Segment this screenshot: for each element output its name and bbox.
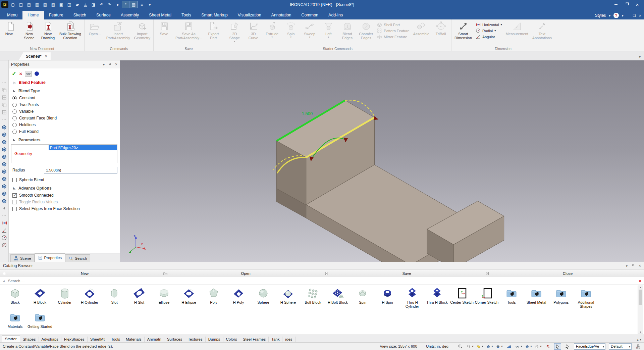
qat-icon[interactable]: ◫ [66, 1, 73, 8]
ribbon-small-button[interactable]: Mirror Feature [377, 34, 409, 39]
qat-icon[interactable]: ▦ [130, 1, 137, 8]
catalog-item[interactable]: Corner Sketch [474, 287, 499, 304]
ribbon-button[interactable]: Bulk Drawing Creation [57, 20, 83, 44]
ribbon-button[interactable]: Import Geometry [132, 20, 152, 44]
qat-icon[interactable]: ▣ [58, 1, 65, 8]
visibility-glasses-icon[interactable] [516, 344, 522, 349]
ribbon-button[interactable]: Extrude▾ [263, 20, 281, 40]
scroll-thumb[interactable] [639, 290, 642, 305]
ribbon-tab[interactable]: Tools [176, 11, 196, 19]
ribbon-button[interactable]: 2D Shape▾ [225, 20, 244, 44]
left-tool-icon[interactable] [1, 95, 7, 100]
catalog-tab[interactable]: SheetMtl [88, 337, 108, 342]
catalog-tab[interactable]: Starter [2, 336, 20, 342]
left-tool-icon[interactable] [1, 191, 7, 196]
section-blend-type[interactable]: Blend Type [9, 86, 120, 95]
ribbon-tab[interactable]: Smart Markup [196, 11, 233, 19]
radio-icon[interactable] [12, 116, 17, 120]
scroll-up-icon[interactable] [640, 286, 641, 289]
panel-tab[interactable]: Scene [10, 254, 35, 262]
radio-icon[interactable] [12, 130, 17, 134]
catalog-item[interactable]: Thru H Block [425, 287, 449, 304]
ribbon-tab[interactable]: Visualization [233, 11, 266, 19]
dimension-value-label[interactable]: 1.500 [302, 111, 313, 116]
minimize-button[interactable] [610, 1, 621, 8]
advance-option[interactable]: Smooth Connected [9, 192, 120, 199]
styles-dropdown-icon[interactable] [609, 13, 610, 18]
styles-menu[interactable]: Styles [595, 13, 606, 18]
ribbon-button[interactable]: Chamfer Edges [357, 20, 375, 44]
qat-icon[interactable]: ↷ [106, 1, 113, 8]
qat-icon[interactable]: ◲ [17, 1, 24, 8]
catalog-tab[interactable]: Steel Frames [240, 337, 269, 342]
scroll-down-icon[interactable] [640, 331, 641, 334]
catalog-search-input[interactable] [7, 279, 636, 283]
catalog-item[interactable]: Materials [3, 311, 28, 329]
qat-icon[interactable]: ◨ [90, 1, 97, 8]
catalog-close-icon[interactable]: × [639, 263, 641, 268]
wedge-view-icon[interactable] [506, 344, 512, 349]
doc-close-button[interactable] [639, 13, 641, 18]
radio-icon[interactable] [12, 103, 17, 107]
ribbon-tab[interactable]: Assembly [116, 11, 144, 19]
ribbon-button[interactable]: New Drawing [39, 20, 57, 44]
ribbon-button[interactable]: Loft▾ [319, 20, 338, 40]
ribbon-small-button[interactable]: Angular [476, 34, 502, 39]
left-tool-icon[interactable] [1, 176, 7, 182]
left-tool-icon[interactable] [1, 102, 7, 108]
catalog-tab-scroll[interactable]: ▴▾ [634, 338, 644, 342]
catalog-item[interactable]: Bolt Block [301, 287, 325, 304]
radio-icon[interactable] [12, 109, 17, 114]
left-tool-icon[interactable] [1, 242, 7, 248]
pin-icon[interactable] [631, 264, 635, 268]
left-tool-icon[interactable] [1, 124, 7, 130]
ribbon-small-button[interactable]: Shell Part [377, 22, 409, 27]
catalog-item[interactable]: Poly [201, 287, 226, 304]
qat-icon[interactable]: ▰ [74, 1, 81, 8]
panel-tab[interactable]: Properties [35, 253, 65, 262]
catalog-item[interactable]: Thru H Cylinder [400, 287, 425, 309]
section-advance-options[interactable]: Advance Options [9, 183, 120, 192]
render-mode-icon[interactable] [496, 344, 502, 349]
qat-icon[interactable]: ● [114, 1, 121, 8]
radio-icon[interactable] [12, 123, 17, 127]
catalog-tab[interactable]: Textures [185, 337, 205, 342]
left-tool-icon[interactable] [1, 168, 7, 174]
left-tool-icon[interactable] [1, 146, 7, 152]
left-tool-icon[interactable] [1, 198, 7, 204]
catalog-item[interactable]: H Block [28, 287, 52, 304]
ribbon-small-button[interactable]: Horizontal▾ [476, 22, 502, 27]
checkbox-icon[interactable] [12, 178, 17, 182]
blend-type-option[interactable]: Constant [9, 95, 120, 101]
catalog-item[interactable]: Getting Started [28, 311, 52, 329]
ribbon-collapse-icon[interactable]: ▾ [636, 55, 644, 60]
checkbox-icon[interactable] [12, 193, 17, 198]
ribbon-button[interactable]: Blend Edges [338, 20, 357, 44]
tab-close-icon[interactable]: × [45, 54, 47, 59]
qat-icon[interactable]: ◬ [82, 1, 89, 8]
left-tool-icon[interactable] [1, 139, 7, 145]
ribbon-button[interactable]: New Scene [20, 20, 39, 44]
back-icon[interactable] [0, 279, 7, 283]
ribbon-button[interactable]: Export Part [204, 20, 223, 44]
preview-button[interactable] [25, 71, 32, 77]
ok-button[interactable]: ✓ [12, 70, 16, 77]
ribbon-tab[interactable]: Home [22, 11, 44, 19]
close-button[interactable] [632, 1, 643, 8]
qat-icon[interactable]: ▾ [146, 1, 153, 8]
pin-icon[interactable] [108, 62, 112, 67]
qat-icon[interactable]: ◪ [1, 1, 8, 8]
panel-close-icon[interactable]: × [115, 62, 117, 67]
panel-tab[interactable]: Search [65, 254, 90, 262]
display-mode-combo[interactable]: Default [609, 343, 632, 350]
doc-restore-button[interactable] [633, 14, 636, 17]
catalog-item[interactable]: H Spin [375, 287, 400, 304]
advance-option[interactable]: Select Edges from Face Selection [9, 205, 120, 212]
zoom-in-icon[interactable] [457, 344, 464, 349]
solid-view-icon[interactable] [486, 344, 493, 349]
left-tool-icon[interactable] [1, 228, 7, 233]
catalog-tab[interactable]: Colors [223, 337, 240, 342]
catalog-tab[interactable]: joes [282, 337, 295, 342]
catalog-item[interactable]: Additional Shapes [574, 287, 598, 309]
blend-type-option[interactable]: Holdlines [9, 121, 120, 128]
